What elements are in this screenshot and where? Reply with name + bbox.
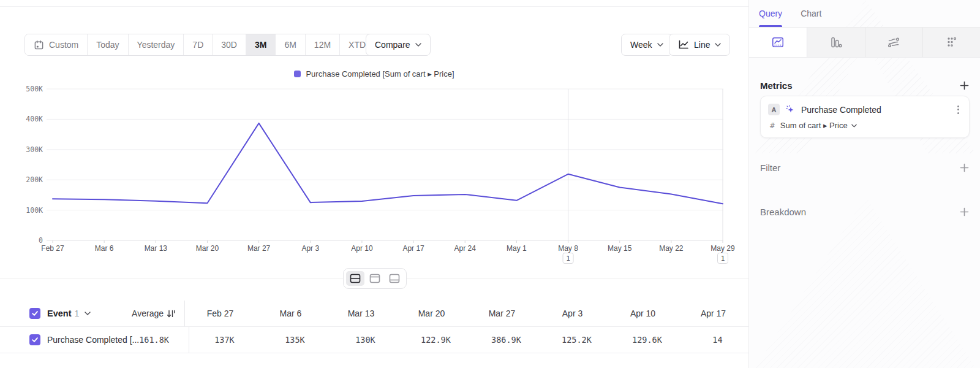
view-top-only-button[interactable]	[366, 271, 384, 286]
metric-card-measure: # Sum of cart ▸ Price	[768, 121, 962, 130]
column-header-mar-20[interactable]: Mar 20	[396, 309, 467, 318]
breakdown-title: Breakdown	[760, 207, 806, 217]
column-header-apr-17[interactable]: Apr 17	[678, 309, 748, 318]
range-30d[interactable]: 30D	[212, 34, 246, 55]
x-axis-tick-label: Apr 24	[454, 244, 477, 253]
chart-type-label: Line	[694, 40, 710, 50]
column-header-apr-10[interactable]: Apr 10	[608, 309, 678, 318]
query-panel: Query Chart	[748, 0, 980, 368]
legend-item[interactable]: Purchase Completed [Sum of cart ▸ Price]	[294, 69, 454, 79]
value-cell-apr-3: 125.2K	[541, 335, 612, 345]
column-header-apr-3[interactable]: Apr 3	[537, 309, 608, 318]
range-label: Custom	[49, 40, 78, 50]
column-header-mar-27[interactable]: Mar 27	[467, 309, 537, 318]
average-value-cell: 161.8K	[139, 327, 189, 353]
check-icon	[31, 310, 39, 317]
chevron-down-icon	[715, 43, 721, 47]
view-split-both-button[interactable]	[346, 271, 364, 286]
chevron-down-icon	[657, 43, 663, 47]
event-label: Event	[47, 309, 72, 318]
compare-button[interactable]: Compare	[366, 34, 431, 56]
tab-query-label: Query	[759, 9, 782, 18]
bottom-only-icon	[389, 274, 400, 283]
range-6m[interactable]: 6M	[275, 34, 304, 55]
x-axis-tick-label: Mar 20	[196, 244, 219, 253]
view-bottom-only-button[interactable]	[385, 271, 404, 286]
range-yesterday[interactable]: Yesterday	[128, 34, 184, 55]
average-value: 161.8K	[139, 335, 180, 345]
tab-query[interactable]: Query	[759, 0, 782, 27]
range-3m[interactable]: 3M	[246, 34, 275, 55]
value-cell-mar-6: 135K	[260, 335, 330, 345]
annotation-badge[interactable]: 1	[563, 253, 573, 264]
value-cell-mar-13: 130K	[330, 335, 401, 345]
chart-type-funnel-chart[interactable]	[922, 28, 980, 57]
x-axis-tick-label: Mar 13	[145, 244, 168, 253]
chart-type-line-chart[interactable]	[749, 28, 807, 57]
x-axis-tick-label: Apr 17	[402, 244, 424, 253]
tab-chart-label: Chart	[801, 9, 821, 18]
range-label: Today	[96, 40, 119, 50]
chart-type-bar-chart[interactable]	[807, 28, 865, 57]
tab-chart[interactable]: Chart	[801, 0, 821, 27]
table-header-row: Event 1 Average Feb 27Mar 6Mar 13Mar 20M…	[0, 301, 748, 327]
plus-icon	[960, 207, 969, 217]
chevron-down-icon	[851, 124, 857, 128]
row-checkbox[interactable]	[29, 334, 40, 345]
line-chart[interactable]: 0100K200K300K400K500KFeb 27Mar 6Mar 13Ma…	[0, 80, 748, 270]
annotation-badge[interactable]: 1	[718, 253, 728, 264]
number-property-icon: #	[770, 121, 775, 130]
top-only-icon	[369, 274, 380, 283]
x-axis-tick-label: Feb 27	[41, 244, 64, 253]
metric-options-button[interactable]	[955, 104, 962, 115]
compare-label: Compare	[375, 40, 410, 50]
column-header-mar-6[interactable]: Mar 6	[255, 309, 326, 318]
range-label: 12M	[314, 40, 331, 50]
svg-text:1: 1	[721, 255, 725, 263]
chart-type-button[interactable]: Line	[669, 34, 730, 56]
event-spark-icon	[785, 104, 796, 115]
plus-icon	[960, 81, 969, 90]
range-custom[interactable]: Custom	[25, 34, 87, 55]
calendar-icon	[34, 40, 44, 50]
y-axis-tick-label: 400K	[26, 115, 43, 123]
granularity-button[interactable]: Week	[621, 34, 673, 56]
x-axis-tick-label: Apr 3	[301, 244, 319, 253]
range-12m[interactable]: 12M	[305, 34, 339, 55]
chevron-down-icon[interactable]	[85, 312, 91, 315]
add-breakdown-button[interactable]	[959, 207, 969, 217]
range-label: 3M	[255, 40, 266, 50]
value-cell-apr-10: 129.6K	[612, 335, 682, 345]
column-header-mar-13[interactable]: Mar 13	[326, 309, 396, 318]
plus-icon	[960, 163, 969, 172]
granularity-label: Week	[630, 40, 652, 50]
range-label: Yesterday	[137, 40, 175, 50]
range-label: 6M	[284, 40, 296, 50]
select-all-checkbox[interactable]	[29, 308, 40, 319]
value-cell-apr-17: 14	[682, 335, 748, 345]
chart-type-flow-chart[interactable]	[865, 28, 923, 57]
value-cell-mar-20: 122.9K	[401, 335, 471, 345]
svg-text:1: 1	[566, 255, 570, 263]
series-name-cell: Purchase Completed [...	[0, 334, 139, 345]
add-filter-button[interactable]	[959, 163, 969, 172]
series-line[interactable]	[53, 123, 723, 204]
line-chart-icon	[771, 35, 785, 50]
metric-card[interactable]: A Purchase Completed # Sum of cart ▸ Pri…	[760, 96, 970, 138]
column-header-feb-27[interactable]: Feb 27	[185, 309, 255, 318]
measure-selector[interactable]: Sum of cart ▸ Price	[780, 121, 857, 130]
range-label: 7D	[192, 40, 203, 50]
event-header-cell: Event 1	[0, 308, 123, 319]
check-icon	[31, 336, 39, 343]
date-value-cells: 137K135K130K122.9K386.9K125.2K129.6K14	[189, 335, 748, 345]
line-chart-icon	[678, 40, 689, 50]
view-toggle	[343, 268, 407, 289]
range-today[interactable]: Today	[87, 34, 127, 55]
add-metric-button[interactable]	[959, 80, 969, 90]
legend-label: Purchase Completed [Sum of cart ▸ Price]	[306, 69, 454, 79]
range-7d[interactable]: 7D	[183, 34, 212, 55]
metric-card-main: A Purchase Completed	[768, 104, 962, 115]
x-axis-tick-label: May 22	[659, 244, 684, 253]
watermark-pattern	[755, 153, 976, 368]
average-header-cell[interactable]: Average	[123, 301, 185, 326]
